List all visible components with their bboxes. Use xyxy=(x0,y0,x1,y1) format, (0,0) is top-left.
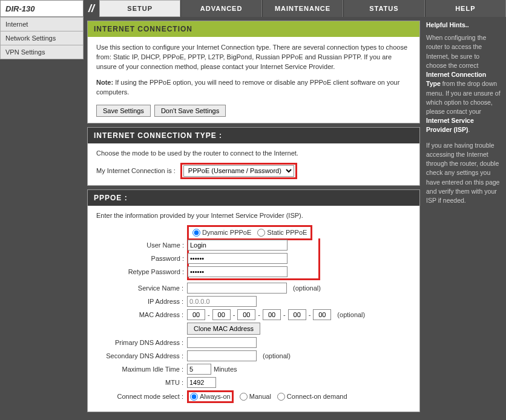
mtu-input[interactable] xyxy=(187,377,216,388)
tab-maintenance[interactable]: MAINTENANCE xyxy=(262,0,343,17)
left-nav: Internet Network Settings VPN Settings xyxy=(0,17,84,418)
conntype-select[interactable]: PPPoE (Username / Password) xyxy=(183,165,294,177)
retype-input[interactable] xyxy=(188,266,288,277)
always-on-radio[interactable]: Always-on xyxy=(190,393,231,401)
mtu-label: MTU : xyxy=(96,379,187,386)
mac-input-2[interactable] xyxy=(237,309,255,320)
main-content: INTERNET CONNECTION Use this section to … xyxy=(84,17,422,418)
leftnav-network[interactable]: Network Settings xyxy=(0,31,84,45)
ip-input[interactable] xyxy=(187,296,257,307)
intro-text: Use this section to configure your Inter… xyxy=(96,43,411,72)
mac-input-3[interactable] xyxy=(263,309,281,320)
service-label: Service Name : xyxy=(96,284,187,292)
mac-input-5[interactable] xyxy=(313,309,331,320)
retype-label: Retype Password : xyxy=(97,268,188,275)
leftnav-internet[interactable]: Internet xyxy=(0,17,84,31)
conntype-label: My Internet Connection is : xyxy=(96,167,176,174)
service-optional: (optional) xyxy=(293,284,321,292)
mac-input-1[interactable] xyxy=(212,309,231,320)
top-tabs: SETUP ADVANCED MAINTENANCE STATUS HELP xyxy=(99,0,506,17)
note-text: If using the PPPoE option, you will need… xyxy=(96,79,399,96)
intro-panel: INTERNET CONNECTION Use this section to … xyxy=(87,21,420,123)
conntype-highlight: PPPoE (Username / Password) xyxy=(180,163,297,179)
mac-input-4[interactable] xyxy=(288,309,306,320)
dont-save-button[interactable]: Don't Save Settings xyxy=(154,105,226,117)
intro-title: INTERNET CONNECTION xyxy=(88,21,419,37)
tab-help[interactable]: HELP xyxy=(425,0,506,17)
mac-input-0[interactable] xyxy=(187,309,205,320)
connmode-label: Connect mode select : xyxy=(96,393,187,400)
user-input[interactable] xyxy=(188,240,288,251)
static-pppoe-radio[interactable]: Static PPPoE xyxy=(257,229,307,237)
pppoe-panel: PPPOE : Enter the information provided b… xyxy=(87,189,420,412)
pppoe-desc: Enter the information provided by your I… xyxy=(96,212,411,219)
idle-label: Maximum Idle Time : xyxy=(96,366,187,373)
dns2-optional: (optional) xyxy=(263,352,291,359)
help-p2: If you are having trouble accessing the … xyxy=(426,141,501,206)
manual-input[interactable] xyxy=(240,393,248,401)
always-on-input[interactable] xyxy=(190,393,198,401)
tab-advanced[interactable]: ADVANCED xyxy=(180,0,261,17)
help-title: Helpful Hints.. xyxy=(426,21,501,30)
dynamic-pppoe-radio[interactable]: Dynamic PPPoE xyxy=(192,229,251,237)
dns1-label: Primary DNS Address : xyxy=(96,339,187,346)
dns1-input[interactable] xyxy=(187,337,257,348)
ondemand-input[interactable] xyxy=(277,393,285,401)
top-bar: DIR-130 // SETUP ADVANCED MAINTENANCE ST… xyxy=(0,0,506,17)
conntype-panel: INTERNET CONNECTION TYPE : Choose the mo… xyxy=(87,127,420,186)
service-input[interactable] xyxy=(187,283,287,294)
manual-radio[interactable]: Manual xyxy=(240,393,271,401)
user-label: User Name : xyxy=(97,241,188,249)
conntype-title: INTERNET CONNECTION TYPE : xyxy=(88,128,419,143)
ip-label: IP Address : xyxy=(96,298,187,305)
mac-optional: (optional) xyxy=(337,311,365,318)
ondemand-radio[interactable]: Connect-on demand xyxy=(277,393,347,401)
idle-unit: Minutes xyxy=(214,366,237,373)
leftnav-vpn[interactable]: VPN Settings xyxy=(0,45,84,59)
mac-label: MAC Address : xyxy=(96,311,187,318)
save-button[interactable]: Save Settings xyxy=(96,105,151,117)
connmode-highlight: Always-on xyxy=(187,390,234,403)
dynamic-pppoe-input[interactable] xyxy=(192,229,200,237)
clone-mac-button[interactable]: Clone MAC Address xyxy=(187,323,260,335)
dns2-input[interactable] xyxy=(187,350,257,361)
slash-decoration: // xyxy=(84,0,99,17)
help-p1: When configuring the router to access th… xyxy=(426,33,501,134)
password-input[interactable] xyxy=(188,253,288,264)
password-label: Password : xyxy=(97,255,188,262)
dns2-label: Secondary DNS Address : xyxy=(96,352,187,359)
intro-note: Note: If using the PPPoE option, you wil… xyxy=(96,78,411,97)
idle-input[interactable] xyxy=(187,364,211,375)
model-label: DIR-130 xyxy=(0,0,84,17)
static-pppoe-input[interactable] xyxy=(257,229,265,237)
tab-setup[interactable]: SETUP xyxy=(99,0,180,17)
conntype-desc: Choose the mode to be used by the router… xyxy=(96,149,411,157)
note-label: Note: xyxy=(96,79,113,86)
help-sidebar: Helpful Hints.. When configuring the rou… xyxy=(422,17,506,418)
tab-status[interactable]: STATUS xyxy=(343,0,424,17)
pppoe-title: PPPOE : xyxy=(88,190,419,206)
